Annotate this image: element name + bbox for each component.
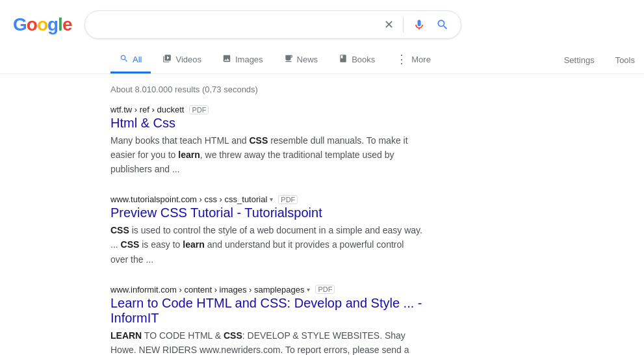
result-pdf-badge: PDF (278, 195, 298, 204)
tab-more[interactable]: ⋮ More (387, 47, 440, 73)
tab-all-label: All (133, 55, 142, 64)
table-row: www.tutorialspoint.com › css › css_tutor… (110, 194, 422, 266)
dropdown-arrow-icon[interactable]: ▾ (307, 286, 310, 293)
result-pdf-badge: PDF (315, 285, 335, 294)
result-snippet: CSS is used to control the style of a we… (110, 223, 422, 266)
result-snippet: Many books that teach HTML and CSS resem… (110, 133, 422, 176)
logo-o2: o (37, 14, 47, 34)
tab-videos-label: Videos (175, 55, 201, 64)
tab-books-icon (339, 54, 348, 65)
tools-label: Tools (615, 55, 635, 65)
search-input[interactable]: filetype:pdf learn css (96, 19, 383, 31)
tab-more-icon: ⋮ (396, 53, 407, 65)
clear-button[interactable]: ✕ (383, 16, 395, 33)
result-url-text: wtf.tw › ref › duckett (110, 105, 184, 114)
header: Google filetype:pdf learn css ✕ (0, 0, 644, 39)
result-url: wtf.tw › ref › duckett PDF (110, 105, 422, 114)
tab-images-label: Images (235, 55, 263, 64)
result-url: www.tutorialspoint.com › css › css_tutor… (110, 194, 422, 204)
tab-images-icon (222, 54, 231, 65)
result-url-text: www.tutorialspoint.com › css › css_tutor… (110, 194, 267, 204)
tab-more-label: More (411, 55, 431, 64)
search-icon (436, 18, 449, 31)
result-title-link[interactable]: Html & Css (110, 116, 422, 131)
result-snippet: LEARN TO CODE HTML & CSS: DEVELOP & STYL… (110, 328, 422, 355)
settings-label: Settings (564, 55, 595, 65)
logo-g2: g (47, 14, 58, 34)
logo-l: l (58, 14, 62, 34)
dropdown-arrow-icon[interactable]: ▾ (270, 196, 273, 203)
search-button[interactable] (435, 17, 450, 33)
voice-search-button[interactable] (411, 17, 427, 33)
logo-g: G (13, 14, 27, 34)
divider (403, 17, 404, 33)
tab-images[interactable]: Images (213, 47, 272, 73)
settings-link[interactable]: Settings (555, 49, 604, 72)
clear-icon: ✕ (384, 18, 394, 32)
table-row: www.informit.com › content › images › sa… (110, 285, 422, 355)
result-url: www.informit.com › content › images › sa… (110, 285, 422, 295)
nav-tabs: All Videos Images News Books ⋮ More Sett… (0, 42, 644, 74)
tab-news[interactable]: News (275, 47, 328, 73)
tab-videos-icon (162, 54, 172, 65)
search-bar: filetype:pdf learn css ✕ (84, 10, 461, 39)
search-icons: ✕ (383, 16, 450, 33)
table-row: wtf.tw › ref › duckett PDF Html & Css Ma… (110, 105, 422, 176)
mic-icon (413, 18, 426, 31)
tab-news-label: News (297, 55, 318, 64)
result-title-link[interactable]: Preview CSS Tutorial - Tutorialspoint (110, 205, 422, 220)
tab-books-label: Books (352, 55, 375, 64)
tools-link[interactable]: Tools (606, 49, 644, 72)
result-url-text: www.informit.com › content › images › sa… (110, 285, 304, 295)
tab-books[interactable]: Books (329, 47, 384, 73)
results-count: About 8.010.000 results (0,73 seconds) (110, 85, 422, 94)
logo-o1: o (27, 14, 37, 34)
result-pdf-badge: PDF (189, 105, 209, 114)
google-logo[interactable]: Google (13, 14, 71, 35)
results-container: About 8.010.000 results (0,73 seconds) w… (0, 74, 422, 355)
tab-all[interactable]: All (110, 47, 151, 73)
tab-all-icon (120, 54, 129, 65)
result-title-link[interactable]: Learn to Code HTML and CSS: Develop and … (110, 296, 422, 326)
tab-news-icon (284, 54, 293, 65)
tab-videos[interactable]: Videos (153, 47, 211, 73)
logo-e: e (62, 14, 72, 34)
